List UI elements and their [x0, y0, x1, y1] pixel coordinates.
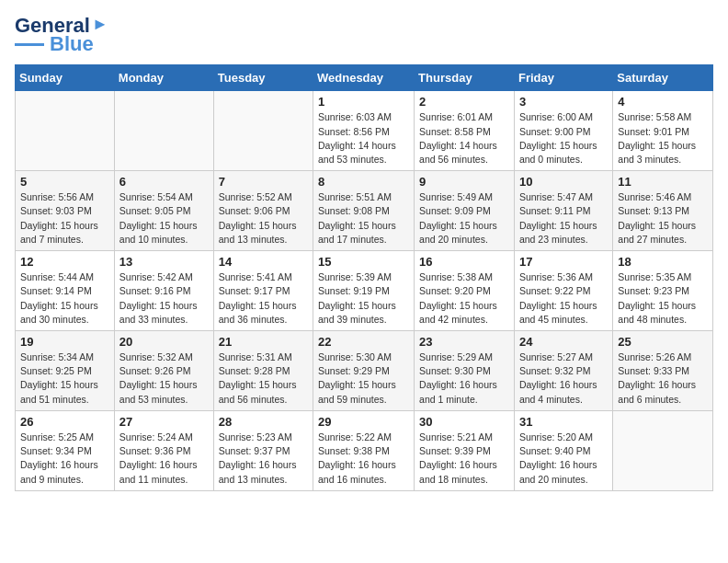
day-info: Sunrise: 5:27 AMSunset: 9:32 PMDaylight:… — [519, 350, 608, 407]
day-number: 23 — [419, 335, 509, 349]
calendar-week-3: 12Sunrise: 5:44 AMSunset: 9:14 PMDayligh… — [16, 251, 713, 331]
day-header-wednesday: Wednesday — [313, 65, 415, 91]
day-header-monday: Monday — [114, 65, 213, 91]
calendar-cell: 7Sunrise: 5:52 AMSunset: 9:06 PMDaylight… — [213, 171, 313, 251]
calendar-cell: 23Sunrise: 5:29 AMSunset: 9:30 PMDayligh… — [415, 331, 515, 411]
day-number: 15 — [318, 255, 409, 269]
day-number: 9 — [419, 175, 509, 189]
day-info: Sunrise: 5:56 AMSunset: 9:03 PMDaylight:… — [20, 190, 109, 247]
day-header-friday: Friday — [514, 65, 612, 91]
calendar-cell: 19Sunrise: 5:34 AMSunset: 9:25 PMDayligh… — [16, 331, 115, 411]
calendar-cell: 5Sunrise: 5:56 AMSunset: 9:03 PMDaylight… — [16, 171, 115, 251]
day-number: 7 — [219, 175, 308, 189]
calendar-week-2: 5Sunrise: 5:56 AMSunset: 9:03 PMDaylight… — [16, 171, 713, 251]
day-number: 11 — [618, 175, 708, 189]
day-info: Sunrise: 5:44 AMSunset: 9:14 PMDaylight:… — [20, 270, 109, 327]
day-info: Sunrise: 5:26 AMSunset: 9:33 PMDaylight:… — [618, 350, 708, 407]
day-number: 25 — [618, 335, 708, 349]
day-info: Sunrise: 5:42 AMSunset: 9:16 PMDaylight:… — [119, 270, 209, 327]
day-number: 18 — [618, 255, 708, 269]
day-number: 20 — [119, 335, 209, 349]
day-info: Sunrise: 5:21 AMSunset: 9:39 PMDaylight:… — [419, 431, 509, 487]
day-info: Sunrise: 5:29 AMSunset: 9:30 PMDaylight:… — [419, 350, 509, 407]
day-info: Sunrise: 5:46 AMSunset: 9:13 PMDaylight:… — [618, 190, 708, 247]
calendar-cell: 21Sunrise: 5:31 AMSunset: 9:28 PMDayligh… — [213, 331, 313, 411]
calendar-cell: 20Sunrise: 5:32 AMSunset: 9:26 PMDayligh… — [114, 331, 213, 411]
logo-blue-text: Blue — [50, 33, 94, 55]
day-number: 12 — [20, 255, 109, 269]
day-number: 28 — [219, 415, 308, 429]
calendar-cell: 8Sunrise: 5:51 AMSunset: 9:08 PMDaylight… — [313, 171, 415, 251]
day-number: 16 — [419, 255, 509, 269]
day-number: 10 — [519, 175, 608, 189]
day-info: Sunrise: 5:47 AMSunset: 9:11 PMDaylight:… — [519, 190, 608, 247]
day-info: Sunrise: 6:00 AMSunset: 9:00 PMDaylight:… — [519, 110, 608, 167]
calendar-cell: 13Sunrise: 5:42 AMSunset: 9:16 PMDayligh… — [114, 251, 213, 331]
calendar-cell: 26Sunrise: 5:25 AMSunset: 9:34 PMDayligh… — [16, 410, 115, 490]
page-header: General ► Blue — [15, 15, 713, 55]
day-info: Sunrise: 5:20 AMSunset: 9:40 PMDaylight:… — [519, 431, 608, 487]
day-number: 17 — [519, 255, 608, 269]
day-header-saturday: Saturday — [613, 65, 713, 91]
day-number: 21 — [219, 335, 308, 349]
calendar-cell — [613, 410, 713, 490]
day-info: Sunrise: 5:25 AMSunset: 9:34 PMDaylight:… — [20, 431, 109, 487]
day-info: Sunrise: 5:54 AMSunset: 9:05 PMDaylight:… — [119, 190, 209, 247]
day-info: Sunrise: 5:34 AMSunset: 9:25 PMDaylight:… — [20, 350, 109, 407]
calendar-cell: 16Sunrise: 5:38 AMSunset: 9:20 PMDayligh… — [415, 251, 515, 331]
day-info: Sunrise: 5:23 AMSunset: 9:37 PMDaylight:… — [219, 431, 308, 487]
day-info: Sunrise: 5:52 AMSunset: 9:06 PMDaylight:… — [219, 190, 308, 247]
calendar-cell: 30Sunrise: 5:21 AMSunset: 9:39 PMDayligh… — [415, 410, 515, 490]
calendar-cell: 24Sunrise: 5:27 AMSunset: 9:32 PMDayligh… — [514, 331, 612, 411]
day-info: Sunrise: 5:39 AMSunset: 9:19 PMDaylight:… — [318, 270, 409, 327]
calendar-cell: 11Sunrise: 5:46 AMSunset: 9:13 PMDayligh… — [613, 171, 713, 251]
day-info: Sunrise: 5:36 AMSunset: 9:22 PMDaylight:… — [519, 270, 608, 327]
calendar-week-5: 26Sunrise: 5:25 AMSunset: 9:34 PMDayligh… — [16, 410, 713, 490]
calendar-cell: 3Sunrise: 6:00 AMSunset: 9:00 PMDaylight… — [514, 91, 612, 171]
calendar-cell: 4Sunrise: 5:58 AMSunset: 9:01 PMDaylight… — [613, 91, 713, 171]
day-info: Sunrise: 5:31 AMSunset: 9:28 PMDaylight:… — [219, 350, 308, 407]
day-number: 14 — [219, 255, 308, 269]
calendar-cell: 14Sunrise: 5:41 AMSunset: 9:17 PMDayligh… — [213, 251, 313, 331]
day-number: 30 — [419, 415, 509, 429]
calendar-cell: 1Sunrise: 6:03 AMSunset: 8:56 PMDaylight… — [313, 91, 415, 171]
day-number: 31 — [519, 415, 608, 429]
day-number: 26 — [20, 415, 109, 429]
day-number: 5 — [20, 175, 109, 189]
calendar-cell: 29Sunrise: 5:22 AMSunset: 9:38 PMDayligh… — [313, 410, 415, 490]
day-number: 8 — [318, 175, 409, 189]
calendar-cell: 2Sunrise: 6:01 AMSunset: 8:58 PMDaylight… — [415, 91, 515, 171]
day-number: 1 — [318, 95, 409, 109]
day-number: 22 — [318, 335, 409, 349]
day-number: 13 — [119, 255, 209, 269]
calendar-cell — [114, 91, 213, 171]
day-info: Sunrise: 5:41 AMSunset: 9:17 PMDaylight:… — [219, 270, 308, 327]
calendar-cell: 12Sunrise: 5:44 AMSunset: 9:14 PMDayligh… — [16, 251, 115, 331]
day-number: 24 — [519, 335, 608, 349]
day-number: 2 — [419, 95, 509, 109]
day-info: Sunrise: 5:35 AMSunset: 9:23 PMDaylight:… — [618, 270, 708, 327]
day-header-thursday: Thursday — [415, 65, 515, 91]
calendar-cell: 18Sunrise: 5:35 AMSunset: 9:23 PMDayligh… — [613, 251, 713, 331]
calendar-cell: 27Sunrise: 5:24 AMSunset: 9:36 PMDayligh… — [114, 410, 213, 490]
calendar-week-1: 1Sunrise: 6:03 AMSunset: 8:56 PMDaylight… — [16, 91, 713, 171]
day-info: Sunrise: 6:03 AMSunset: 8:56 PMDaylight:… — [318, 110, 409, 167]
day-number: 4 — [618, 95, 708, 109]
calendar-cell: 31Sunrise: 5:20 AMSunset: 9:40 PMDayligh… — [514, 410, 612, 490]
calendar-cell: 22Sunrise: 5:30 AMSunset: 9:29 PMDayligh… — [313, 331, 415, 411]
logo: General ► Blue — [15, 15, 108, 55]
calendar-header-row: SundayMondayTuesdayWednesdayThursdayFrid… — [16, 65, 713, 91]
day-number: 29 — [318, 415, 409, 429]
day-info: Sunrise: 5:38 AMSunset: 9:20 PMDaylight:… — [419, 270, 509, 327]
calendar-cell: 10Sunrise: 5:47 AMSunset: 9:11 PMDayligh… — [514, 171, 612, 251]
calendar-cell: 15Sunrise: 5:39 AMSunset: 9:19 PMDayligh… — [313, 251, 415, 331]
calendar-week-4: 19Sunrise: 5:34 AMSunset: 9:25 PMDayligh… — [16, 331, 713, 411]
day-info: Sunrise: 5:24 AMSunset: 9:36 PMDaylight:… — [119, 431, 209, 487]
calendar-table: SundayMondayTuesdayWednesdayThursdayFrid… — [15, 64, 713, 490]
calendar-cell: 25Sunrise: 5:26 AMSunset: 9:33 PMDayligh… — [613, 331, 713, 411]
day-info: Sunrise: 5:30 AMSunset: 9:29 PMDaylight:… — [318, 350, 409, 407]
day-number: 6 — [119, 175, 209, 189]
day-info: Sunrise: 6:01 AMSunset: 8:58 PMDaylight:… — [419, 110, 509, 167]
day-number: 27 — [119, 415, 209, 429]
day-info: Sunrise: 5:58 AMSunset: 9:01 PMDaylight:… — [618, 110, 708, 167]
